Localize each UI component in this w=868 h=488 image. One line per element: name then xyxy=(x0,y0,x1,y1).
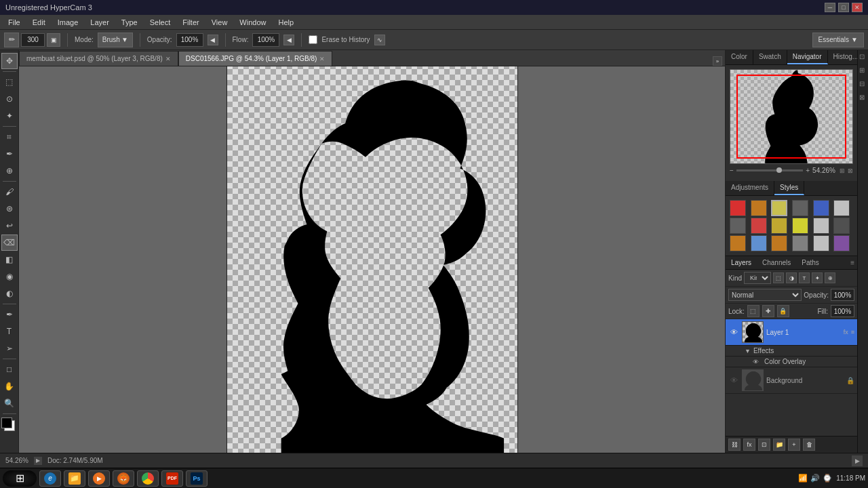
tab-swatch[interactable]: Swatch xyxy=(753,50,787,64)
menu-edit[interactable]: Edit xyxy=(27,17,51,28)
style-swatch[interactable] xyxy=(751,218,767,234)
tab-histogram[interactable]: Histog... xyxy=(828,50,857,64)
style-swatch[interactable] xyxy=(771,218,787,234)
fill-value[interactable]: 100% xyxy=(831,305,854,317)
move-tool[interactable]: ✥ xyxy=(1,53,18,69)
tab-paths[interactable]: Paths xyxy=(796,256,825,269)
blur-tool[interactable]: ◉ xyxy=(1,268,18,285)
taskbar-chrome[interactable] xyxy=(137,470,159,487)
layer-item-layer1[interactable]: 👁 Layer 1 fx ≡ xyxy=(726,319,857,346)
new-group-btn[interactable]: 📁 xyxy=(773,439,785,451)
eraser-tool-icon[interactable]: ✏ xyxy=(4,33,19,47)
tab-color[interactable]: Color xyxy=(726,50,753,64)
style-swatch[interactable] xyxy=(813,200,829,216)
zoom-expand-icon[interactable]: ⊞ xyxy=(840,167,845,174)
brush-tool[interactable]: 🖌 xyxy=(1,184,18,200)
systray-time[interactable]: 11:18 PM xyxy=(836,474,865,482)
style-swatch[interactable] xyxy=(730,200,746,216)
eye-icon-color-overlay[interactable]: 👁 xyxy=(753,359,759,365)
tab-membuat-siluet[interactable]: membuat siluet.psd @ 50% (Layer 3, RGB/8… xyxy=(19,51,178,66)
layer-item-background[interactable]: 👁 Background 🔒 xyxy=(726,367,857,394)
tab-layers[interactable]: Layers xyxy=(726,256,757,269)
panel-toggle-btn[interactable]: » xyxy=(713,56,722,66)
close-button[interactable]: ✕ xyxy=(852,3,863,12)
status-arrow-btn[interactable]: ▶ xyxy=(852,455,863,466)
taskbar-firefox[interactable]: 🦊 xyxy=(113,470,134,487)
filter-text-icon[interactable]: T xyxy=(799,272,810,283)
style-swatch[interactable] xyxy=(792,200,808,216)
filter-adj-icon[interactable]: ◑ xyxy=(786,272,797,283)
lasso-tool[interactable]: ⊙ xyxy=(1,91,18,107)
menu-image[interactable]: Image xyxy=(52,17,84,28)
marquee-tool[interactable]: ⬚ xyxy=(1,74,18,90)
style-swatch[interactable] xyxy=(813,235,829,251)
start-button[interactable]: ⊞ xyxy=(3,470,37,487)
systray-icon-3[interactable]: ⌚ xyxy=(823,474,832,483)
essentials-button[interactable]: Essentials ▼ xyxy=(812,33,864,47)
status-nav-arrow[interactable]: ▶ xyxy=(34,457,42,465)
menu-help[interactable]: Help xyxy=(273,17,299,28)
eyedropper-tool[interactable]: ✒ xyxy=(1,146,18,162)
tab-styles[interactable]: Styles xyxy=(774,181,804,195)
layer1-visibility-icon[interactable]: 👁 xyxy=(728,327,739,338)
style-swatch[interactable] xyxy=(751,235,767,251)
new-layer-btn[interactable]: + xyxy=(788,439,800,451)
kind-filter-select[interactable]: Kind xyxy=(744,272,771,284)
text-tool[interactable]: T xyxy=(1,323,18,340)
brush-size-input[interactable]: 300 xyxy=(21,33,45,47)
mode-select[interactable]: Brush ▼ xyxy=(98,33,133,47)
hand-tool[interactable]: ✋ xyxy=(1,378,18,394)
sublayer-color-overlay[interactable]: 👁 Color Overlay xyxy=(726,357,857,367)
panel-icon-4[interactable]: ⊠ xyxy=(859,94,867,102)
lock-all-btn[interactable]: 🔒 xyxy=(777,305,789,317)
tab-dsc01566[interactable]: DSC01566.JPG @ 54.3% (Layer 1, RGB/8) ✕ xyxy=(178,51,333,66)
style-swatch[interactable] xyxy=(792,235,808,251)
crop-tool[interactable]: ⌗ xyxy=(1,129,18,145)
menu-file[interactable]: File xyxy=(3,17,26,28)
menu-filter[interactable]: Filter xyxy=(177,17,204,28)
dodge-tool[interactable]: ◐ xyxy=(1,285,18,302)
tab-channels[interactable]: Channels xyxy=(757,256,796,269)
style-swatch[interactable] xyxy=(833,200,850,216)
gradient-tool[interactable]: ◧ xyxy=(1,251,18,268)
taskbar-pdf[interactable]: PDF xyxy=(161,470,183,487)
lock-pixel-btn[interactable]: ⬚ xyxy=(747,305,760,317)
taskbar-ie[interactable]: e xyxy=(39,470,61,487)
link-layers-btn[interactable]: ⛓ xyxy=(728,439,741,451)
style-swatch[interactable] xyxy=(730,218,746,234)
opacity-input[interactable]: 100% xyxy=(176,33,203,47)
blend-mode-select[interactable]: Normal xyxy=(728,289,802,301)
zoom-tool[interactable]: 🔍 xyxy=(1,395,18,411)
erase-to-history-checkbox[interactable] xyxy=(309,35,317,44)
menu-view[interactable]: View xyxy=(206,17,233,28)
menu-window[interactable]: Window xyxy=(234,17,271,28)
style-swatch[interactable] xyxy=(771,235,787,251)
taskbar-media[interactable]: ▶ xyxy=(88,470,110,487)
healing-tool[interactable]: ⊕ xyxy=(1,163,18,179)
zoom-collapse-icon[interactable]: ⊠ xyxy=(848,167,853,174)
opacity-btn[interactable]: ◀ xyxy=(208,35,218,45)
filter-smart-icon[interactable]: ⊕ xyxy=(825,272,835,283)
flow-btn[interactable]: ◀ xyxy=(283,35,294,45)
style-swatch[interactable] xyxy=(833,218,850,234)
filter-pixel-icon[interactable]: ⬚ xyxy=(773,272,784,283)
bg-visibility-icon[interactable]: 👁 xyxy=(728,375,739,386)
systray-icon-2[interactable]: 🔊 xyxy=(810,474,820,483)
restore-button[interactable]: □ xyxy=(838,3,849,12)
style-swatch[interactable] xyxy=(833,235,850,251)
style-swatch[interactable] xyxy=(751,200,767,216)
menu-layer[interactable]: Layer xyxy=(85,17,115,28)
style-swatch[interactable] xyxy=(730,235,746,251)
eraser-tool[interactable]: ⌫ xyxy=(1,235,18,251)
tab-adjustments[interactable]: Adjustments xyxy=(726,181,774,195)
menu-select[interactable]: Select xyxy=(144,17,176,28)
opacity-value[interactable]: 100% xyxy=(831,289,854,301)
style-swatch[interactable] xyxy=(771,200,787,216)
delete-layer-btn[interactable]: 🗑 xyxy=(803,439,815,451)
sublayer-effects[interactable]: ▼ Effects xyxy=(726,346,857,357)
shape-tool[interactable]: □ xyxy=(1,361,18,378)
taskbar-folder[interactable]: 📁 xyxy=(64,470,85,487)
panel-icon-2[interactable]: ⊞ xyxy=(859,66,867,75)
add-style-btn[interactable]: fx xyxy=(743,439,755,451)
zoom-slider[interactable] xyxy=(736,169,803,171)
